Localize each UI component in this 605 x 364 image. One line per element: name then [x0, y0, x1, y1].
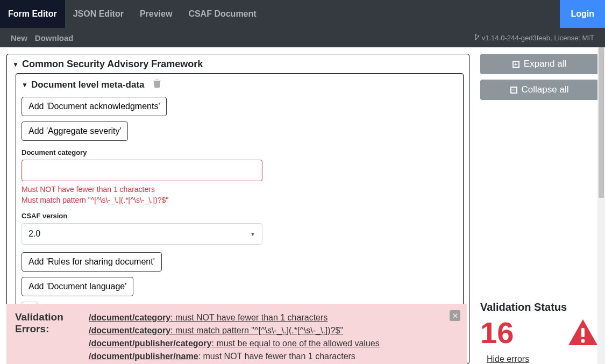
tab-preview[interactable]: Preview — [132, 0, 180, 28]
csaf-version-label: CSAF version — [22, 212, 458, 220]
category-input[interactable] — [22, 160, 262, 181]
add-acknowledgments-button[interactable]: Add 'Document acknowledgments' — [22, 97, 167, 116]
root-title: Common Security Advisory Framework — [22, 59, 203, 70]
close-icon[interactable]: ✕ — [450, 310, 460, 321]
license-text: License: MIT — [554, 34, 594, 42]
warning-icon — [567, 318, 599, 348]
category-error-2: Must match pattern "^[^\s\-_\.](.*[^\s\-… — [22, 195, 458, 206]
validation-status-title: Validation Status — [480, 301, 599, 313]
expand-all-button[interactable]: + Expand all — [480, 54, 599, 74]
tab-csaf-document[interactable]: CSAF Document — [180, 0, 264, 28]
chevron-down-icon: ▼ — [250, 231, 255, 237]
top-navbar: Form Editor JSON Editor Preview CSAF Doc… — [0, 0, 605, 28]
scrollbar-thumb[interactable] — [599, 47, 604, 198]
error-row[interactable]: /document/publisher/name: must NOT have … — [89, 350, 458, 363]
download-button[interactable]: Download — [35, 33, 74, 42]
branch-icon — [474, 34, 480, 42]
scrollbar[interactable] — [597, 47, 605, 364]
sub-navbar: New Download v1.14.0-244-ged3feab, Licen… — [0, 28, 605, 47]
category-label: Document category — [22, 148, 458, 156]
collapse-icon: ▼ — [22, 81, 28, 89]
error-row[interactable]: /document/category: must NOT have fewer … — [89, 311, 458, 324]
minus-square-icon: − — [510, 87, 517, 94]
root-section-header[interactable]: ▼ Common Security Advisory Framework — [12, 59, 464, 70]
collapse-icon: ▼ — [12, 61, 19, 68]
meta-title: Document level meta-data — [31, 80, 145, 90]
collapse-all-button[interactable]: − Collapse all — [480, 80, 599, 100]
svg-rect-3 — [581, 328, 585, 337]
meta-section: ▼ Document level meta-data Add 'Document… — [16, 73, 464, 332]
error-row[interactable]: /document/category: must match pattern "… — [89, 324, 458, 337]
login-button[interactable]: Login — [560, 0, 605, 28]
csaf-version-value: 2.0 — [29, 229, 40, 239]
add-severity-button[interactable]: Add 'Aggregate severity' — [22, 122, 128, 141]
add-rules-button[interactable]: Add 'Rules for sharing document' — [22, 252, 162, 272]
tab-form-editor[interactable]: Form Editor — [0, 0, 65, 28]
tab-json-editor[interactable]: JSON Editor — [65, 0, 132, 28]
csaf-version-select[interactable]: 2.0 ▼ — [22, 223, 262, 245]
error-panel-title: Validation Errors: — [15, 311, 77, 356]
new-button[interactable]: New — [11, 33, 27, 42]
error-list: /document/category: must NOT have fewer … — [89, 311, 458, 356]
add-language-button[interactable]: Add 'Document language' — [22, 277, 133, 296]
version-info: v1.14.0-244-ged3feab, License: MIT — [474, 34, 594, 42]
version-text: v1.14.0-244-ged3feab, — [482, 34, 552, 42]
error-count: 16 — [480, 318, 514, 348]
meta-header[interactable]: ▼ Document level meta-data — [22, 79, 458, 90]
error-row[interactable]: /document/publisher/category: must be eq… — [89, 337, 458, 350]
trash-icon[interactable] — [153, 79, 161, 90]
svg-point-4 — [581, 339, 585, 342]
side-pane: + Expand all − Collapse all Validation S… — [480, 54, 599, 364]
category-error-1: Must NOT have fewer than 1 characters — [22, 184, 458, 195]
validation-errors-panel: Validation Errors: /document/category: m… — [6, 304, 467, 364]
plus-square-icon: + — [513, 61, 519, 68]
hide-errors-link[interactable]: Hide errors — [487, 354, 599, 364]
